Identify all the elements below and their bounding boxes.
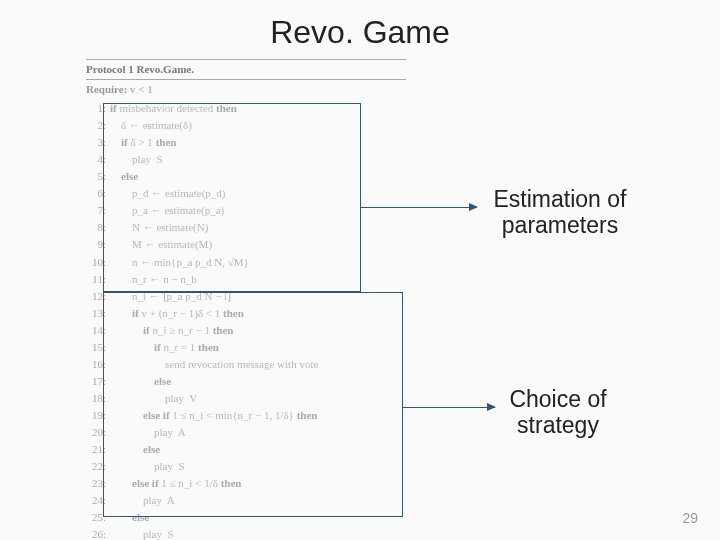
slide-title: Revo. Game [0, 0, 720, 57]
highlight-box-choice [103, 292, 403, 517]
callout-choice: Choice of strategy [498, 386, 618, 439]
rule-mid [86, 79, 406, 80]
require-line: Require: v < 1 [86, 81, 406, 98]
arrow-estimation [361, 207, 477, 208]
callout-estimation: Estimation of parameters [480, 186, 640, 239]
highlight-box-estimation [103, 103, 361, 292]
protocol-header: Protocol 1 Revo.Game. [86, 61, 406, 78]
code-line: 26: play S [86, 526, 406, 540]
page-number: 29 [682, 510, 698, 526]
rule-top [86, 59, 406, 60]
arrow-choice [403, 407, 495, 408]
